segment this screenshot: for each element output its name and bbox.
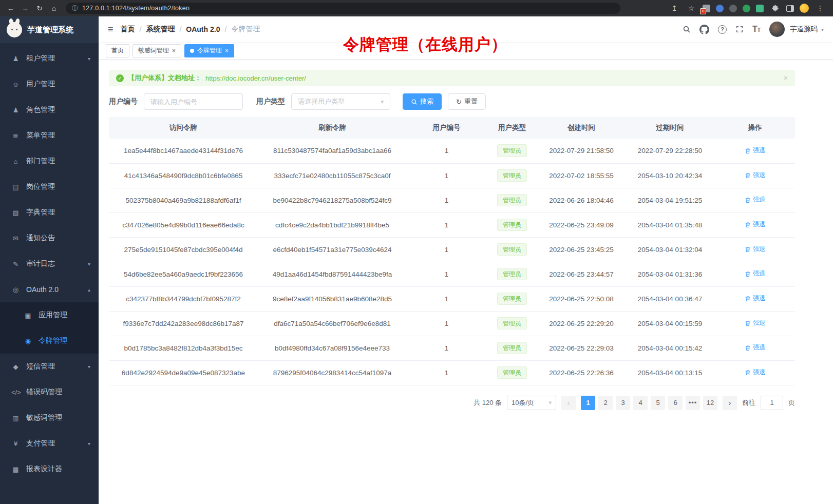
force-logout-button[interactable]: 强退 bbox=[745, 368, 766, 377]
user-menu-caret-icon[interactable]: ▾ bbox=[821, 27, 824, 32]
user-type-label: 用户类型 bbox=[256, 97, 285, 106]
browser-profile-icon[interactable] bbox=[800, 4, 809, 13]
kebab-menu-icon[interactable]: ⋮ bbox=[815, 3, 826, 14]
search-icon[interactable] bbox=[683, 25, 691, 33]
tab-sensitive-word[interactable]: 敏感词管理× bbox=[132, 44, 181, 57]
home-icon[interactable]: ⌂ bbox=[48, 3, 60, 14]
forward-icon[interactable]: → bbox=[20, 3, 31, 14]
extension-icon[interactable]: 0 bbox=[703, 5, 710, 12]
force-logout-button[interactable]: 强退 bbox=[745, 343, 766, 352]
tab-close-icon[interactable]: × bbox=[172, 48, 176, 54]
force-logout-button[interactable]: 强退 bbox=[745, 269, 766, 278]
tab-home[interactable]: 首页 bbox=[106, 44, 129, 57]
share-icon[interactable]: ↥ bbox=[669, 3, 680, 14]
sidebar-item-menu[interactable]: ≣ 菜单管理 bbox=[0, 123, 99, 148]
sidebar-item-oauth2-application[interactable]: ▣ 应用管理 bbox=[0, 302, 99, 328]
font-size-icon[interactable]: TT bbox=[752, 25, 761, 34]
expire-time-cell: 2054-03-04 00:15:59 bbox=[625, 311, 715, 336]
page-button-3[interactable]: 3 bbox=[616, 396, 630, 410]
sidebar-item-tenant[interactable]: ♟ 租户管理 ▾ bbox=[0, 46, 99, 71]
sidebar-item-audit-log[interactable]: ✎ 审计日志 ▾ bbox=[0, 251, 99, 277]
goto-page-input[interactable] bbox=[761, 396, 783, 410]
extension-icon[interactable] bbox=[729, 5, 737, 12]
user-type-badge: 管理员 bbox=[497, 169, 527, 182]
vue-devtools-icon[interactable] bbox=[756, 5, 764, 12]
delete-icon bbox=[745, 370, 751, 376]
page-button-1[interactable]: 1 bbox=[581, 396, 595, 410]
next-page-button[interactable]: › bbox=[723, 396, 737, 410]
user-type-select[interactable]: 请选择用户类型 ▾ bbox=[291, 93, 390, 110]
sidebar-item-report-designer[interactable]: ▦ 报表设计器 bbox=[0, 456, 99, 482]
user-type-cell: 管理员 bbox=[486, 188, 538, 212]
search-button[interactable]: 搜索 bbox=[403, 93, 442, 110]
force-logout-button[interactable]: 强退 bbox=[745, 146, 766, 155]
dept-icon: ⌂ bbox=[11, 158, 20, 165]
user-type-badge: 管理员 bbox=[497, 219, 527, 231]
page-button-4[interactable]: 4 bbox=[633, 396, 648, 410]
action-cell: 强退 bbox=[715, 188, 795, 212]
breadcrumb-system[interactable]: 系统管理 bbox=[146, 25, 175, 34]
force-logout-button[interactable]: 强退 bbox=[745, 171, 766, 180]
user-type-badge: 管理员 bbox=[497, 144, 527, 157]
page-button-12[interactable]: 12 bbox=[703, 396, 717, 410]
sidebar-item-post[interactable]: ▤ 岗位管理 bbox=[0, 174, 99, 200]
user-id-input[interactable] bbox=[144, 93, 243, 110]
sidebar-item-sensitive-word[interactable]: ▥ 敏感词管理 bbox=[0, 405, 99, 431]
github-icon[interactable] bbox=[699, 25, 709, 34]
sidebar-item-sms[interactable]: ◆ 短信管理 ▾ bbox=[0, 354, 99, 379]
force-logout-button[interactable]: 强退 bbox=[745, 245, 766, 254]
force-logout-button[interactable]: 强退 bbox=[745, 196, 766, 204]
page-button-5[interactable]: 5 bbox=[651, 396, 665, 410]
back-icon[interactable]: ← bbox=[5, 3, 16, 14]
force-logout-button[interactable]: 强退 bbox=[745, 220, 766, 229]
extension-icon[interactable] bbox=[716, 5, 724, 12]
reset-button[interactable]: ↻ 重置 bbox=[448, 93, 486, 110]
sidebar-item-error-code[interactable]: </> 错误码管理 bbox=[0, 379, 99, 405]
table-row: 6d842e2924594de9a09e45e087323abe 8796295… bbox=[109, 360, 795, 385]
sidebar-item-oauth2[interactable]: ◎ OAuth 2.0 ▴ bbox=[0, 277, 99, 302]
page-button-2[interactable]: 2 bbox=[598, 396, 613, 410]
extension-icon[interactable] bbox=[743, 5, 750, 12]
create-time-cell: 2022-07-02 18:55:55 bbox=[538, 163, 625, 188]
extensions-puzzle-icon[interactable] bbox=[769, 3, 781, 14]
table-row: f9336e7c7dd242a283ee98dc86b17a87 dfa6c71… bbox=[109, 311, 795, 336]
side-panel-icon[interactable] bbox=[786, 5, 794, 12]
reload-icon[interactable]: ↻ bbox=[34, 3, 45, 14]
refresh-token-cell: 9ce8ef2aa9f14056b831ae9b608e28d5 bbox=[258, 286, 407, 311]
sidebar-item-dict[interactable]: ▧ 字典管理 bbox=[0, 200, 99, 225]
breadcrumb-home[interactable]: 首页 bbox=[121, 25, 135, 34]
page-size-select[interactable]: 10条/页 ▾ bbox=[507, 396, 556, 410]
user-name[interactable]: 芋道源码 bbox=[790, 25, 818, 34]
sidebar-collapse-icon[interactable]: ≡ bbox=[108, 24, 113, 35]
sidebar-item-pay[interactable]: ¥ 支付管理 ▾ bbox=[0, 431, 99, 456]
force-logout-button[interactable]: 强退 bbox=[745, 294, 766, 303]
address-bar[interactable]: ⓘ 127.0.0.1:1024/system/oauth2/token bbox=[66, 3, 620, 14]
sidebar-item-notice[interactable]: ✉ 通知公告 bbox=[0, 225, 99, 251]
sidebar-item-role[interactable]: ♟ 角色管理 bbox=[0, 97, 99, 123]
fullscreen-icon[interactable] bbox=[735, 25, 744, 33]
help-icon[interactable]: ? bbox=[718, 25, 727, 34]
force-logout-button[interactable]: 强退 bbox=[745, 319, 766, 327]
user-type-placeholder: 请选择用户类型 bbox=[298, 97, 345, 106]
prev-page-button[interactable]: ‹ bbox=[561, 396, 576, 410]
page-button-6[interactable]: 6 bbox=[668, 396, 683, 410]
sidebar-item-dept[interactable]: ⌂ 部门管理 bbox=[0, 148, 99, 174]
sidebar-item-oauth2-token[interactable]: ◉ 令牌管理 bbox=[0, 328, 99, 354]
user-id-cell: 1 bbox=[407, 212, 486, 237]
doc-link[interactable]: https://doc.iocoder.cn/user-center/ bbox=[205, 74, 306, 82]
sidebar-item-user[interactable]: ☺ 用户管理 bbox=[0, 71, 99, 97]
tab-close-icon[interactable]: × bbox=[225, 48, 229, 54]
site-info-icon[interactable]: ⓘ bbox=[72, 4, 78, 13]
delete-icon bbox=[745, 172, 751, 179]
bookmark-star-icon[interactable]: ☆ bbox=[686, 3, 697, 14]
expire-time-cell: 2054-03-04 01:35:48 bbox=[625, 212, 715, 237]
page-content: ✓ 【用户体系】文档地址： https://doc.iocoder.cn/use… bbox=[109, 70, 795, 410]
col-create-time: 创建时间 bbox=[538, 117, 625, 139]
user-avatar[interactable] bbox=[769, 22, 785, 37]
tab-token[interactable]: 令牌管理× bbox=[184, 44, 234, 57]
more-pages-button[interactable]: ••• bbox=[686, 396, 700, 410]
alert-close-icon[interactable]: × bbox=[784, 74, 788, 82]
breadcrumb-oauth[interactable]: OAuth 2.0 bbox=[186, 25, 220, 33]
user-id-cell: 1 bbox=[407, 286, 486, 311]
col-access-token: 访问令牌 bbox=[109, 117, 258, 139]
